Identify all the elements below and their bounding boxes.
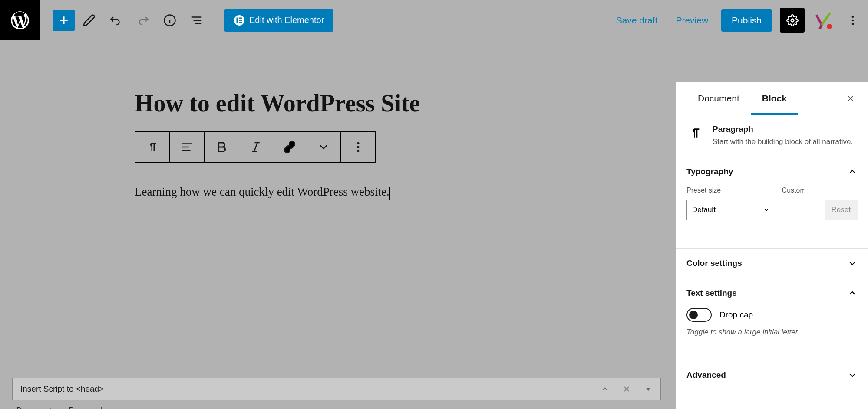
block-more-button[interactable] bbox=[341, 132, 375, 162]
svg-point-24 bbox=[357, 142, 360, 144]
svg-marker-31 bbox=[646, 388, 650, 391]
edit-mode-button[interactable] bbox=[76, 10, 102, 31]
chevron-up-icon[interactable] bbox=[601, 385, 609, 393]
close-icon[interactable] bbox=[622, 385, 631, 393]
svg-rect-11 bbox=[239, 20, 242, 21]
script-panel-controls bbox=[601, 385, 653, 393]
caret-down-icon[interactable] bbox=[644, 385, 653, 393]
info-icon bbox=[163, 14, 176, 27]
settings-sidebar: Document Block Paragraph Start with the … bbox=[676, 82, 868, 409]
chevron-down-icon bbox=[762, 206, 770, 214]
preset-size-select[interactable]: Default bbox=[686, 200, 776, 220]
block-type-button[interactable] bbox=[135, 132, 169, 162]
panel-color-settings: Color settings bbox=[676, 249, 868, 278]
post-title[interactable]: How to edit WordPress Site bbox=[135, 89, 543, 118]
sidebar-tabs: Document Block bbox=[676, 82, 868, 115]
svg-point-15 bbox=[852, 16, 854, 18]
tab-block[interactable]: Block bbox=[751, 82, 798, 115]
chevron-down-icon bbox=[317, 141, 330, 154]
breadcrumb-document[interactable]: Document bbox=[17, 406, 52, 409]
block-info: Paragraph Start with the building block … bbox=[676, 115, 868, 157]
gear-icon bbox=[786, 14, 799, 26]
wordpress-icon bbox=[9, 10, 31, 31]
publish-button[interactable]: Publish bbox=[721, 9, 772, 32]
preview-button[interactable]: Preview bbox=[670, 12, 713, 29]
panel-text-settings: Text settings Drop cap Toggle to show a … bbox=[676, 278, 868, 360]
editor-content: How to edit WordPress Site bbox=[0, 41, 677, 201]
plus-icon bbox=[57, 14, 70, 27]
toolbar-right-group: Save draft Preview Publish bbox=[611, 8, 864, 33]
edit-with-elementor-button[interactable]: Edit with Elementor bbox=[224, 9, 333, 32]
yoast-button[interactable] bbox=[812, 10, 834, 31]
dropcap-help: Toggle to show a large initial letter. bbox=[686, 328, 858, 337]
breadcrumb-arrow-icon: → bbox=[56, 406, 64, 409]
italic-button[interactable] bbox=[239, 132, 273, 162]
top-toolbar: Edit with Elementor Save draft Preview P… bbox=[0, 0, 868, 40]
editor-canvas: How to edit WordPress Site bbox=[0, 41, 868, 409]
paragraph-block[interactable]: Learning how we can quickly edit WordPre… bbox=[135, 183, 543, 201]
preset-size-label: Preset size bbox=[686, 187, 776, 194]
more-vertical-icon bbox=[352, 141, 365, 154]
chevron-up-icon bbox=[847, 288, 858, 298]
custom-size-label: Custom bbox=[782, 187, 858, 194]
panel-advanced-header[interactable]: Advanced bbox=[676, 360, 868, 390]
svg-line-23 bbox=[254, 143, 257, 151]
script-panel-title: Insert Script to <head> bbox=[20, 384, 104, 394]
wordpress-logo[interactable] bbox=[0, 0, 40, 40]
chevron-down-icon bbox=[847, 258, 858, 268]
chevron-down-icon bbox=[847, 370, 858, 380]
save-draft-button[interactable]: Save draft bbox=[611, 12, 663, 29]
svg-point-13 bbox=[791, 19, 794, 22]
panel-color-title: Color settings bbox=[686, 258, 742, 268]
reset-button[interactable]: Reset bbox=[825, 200, 858, 220]
insert-script-panel[interactable]: Insert Script to <head> bbox=[12, 378, 661, 400]
bold-icon bbox=[215, 141, 228, 154]
svg-rect-10 bbox=[239, 17, 242, 19]
dropcap-label: Drop cap bbox=[719, 310, 753, 320]
svg-point-17 bbox=[852, 23, 854, 25]
more-vertical-icon bbox=[847, 14, 859, 26]
yoast-icon bbox=[814, 11, 832, 29]
close-settings-button[interactable] bbox=[842, 90, 859, 107]
more-options-button[interactable] bbox=[842, 10, 864, 31]
block-info-desc: Start with the building block of all nar… bbox=[713, 137, 853, 147]
breadcrumb: Document → Paragraph bbox=[17, 406, 105, 409]
panel-typography-title: Typography bbox=[686, 167, 733, 177]
info-button[interactable] bbox=[157, 10, 182, 31]
panel-color-header[interactable]: Color settings bbox=[676, 249, 868, 278]
panel-text-header[interactable]: Text settings bbox=[676, 278, 868, 308]
more-formatting-button[interactable] bbox=[307, 132, 340, 162]
elementor-icon bbox=[234, 15, 245, 26]
block-info-icon bbox=[686, 124, 704, 142]
settings-button[interactable] bbox=[780, 8, 805, 33]
link-button[interactable] bbox=[273, 132, 307, 162]
chevron-up-icon bbox=[847, 167, 858, 177]
breadcrumb-paragraph[interactable]: Paragraph bbox=[69, 406, 105, 409]
panel-text-body: Drop cap Toggle to show a large initial … bbox=[676, 308, 868, 347]
panel-text-title: Text settings bbox=[686, 288, 737, 298]
pencil-icon bbox=[83, 14, 96, 27]
svg-point-26 bbox=[357, 150, 360, 152]
redo-icon bbox=[136, 14, 149, 27]
undo-icon bbox=[109, 14, 122, 27]
add-block-button[interactable] bbox=[53, 10, 75, 31]
redo-button[interactable] bbox=[130, 10, 155, 31]
svg-point-25 bbox=[357, 146, 360, 148]
panel-advanced: Advanced bbox=[676, 360, 868, 390]
svg-rect-9 bbox=[237, 17, 238, 23]
custom-size-input[interactable] bbox=[782, 200, 819, 220]
list-icon bbox=[190, 14, 203, 27]
toolbar-left-group: Edit with Elementor bbox=[53, 9, 333, 32]
undo-button[interactable] bbox=[103, 10, 129, 31]
outline-button[interactable] bbox=[184, 10, 209, 31]
tab-document[interactable]: Document bbox=[686, 82, 751, 115]
svg-rect-12 bbox=[239, 22, 242, 23]
paragraph-icon bbox=[688, 126, 702, 140]
bold-button[interactable] bbox=[205, 132, 239, 162]
align-button[interactable] bbox=[170, 132, 204, 162]
panel-typography-body: Preset size Default Custom Reset bbox=[676, 187, 868, 231]
svg-point-14 bbox=[827, 23, 832, 29]
block-info-title: Paragraph bbox=[713, 124, 853, 134]
panel-typography-header[interactable]: Typography bbox=[676, 157, 868, 187]
dropcap-toggle[interactable] bbox=[686, 308, 712, 322]
